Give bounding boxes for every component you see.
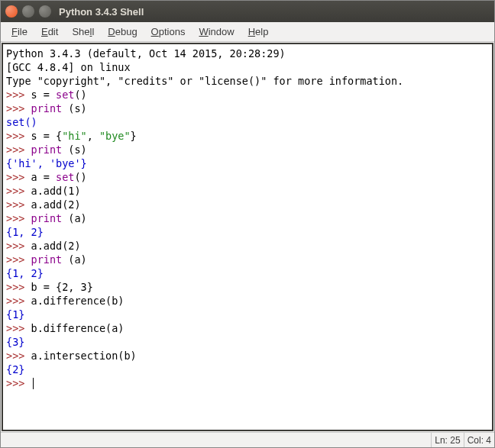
prompt: >>> <box>6 212 31 224</box>
close-icon[interactable] <box>5 5 18 18</box>
prompt: >>> <box>6 130 31 142</box>
menu-debug[interactable]: Debug <box>102 24 143 39</box>
output-line: {3} <box>6 336 24 348</box>
text-cursor-icon <box>33 378 34 389</box>
status-col: Col: 4 <box>464 433 494 447</box>
menu-edit[interactable]: Edit <box>35 24 64 39</box>
prompt: >>> <box>6 143 31 156</box>
prompt: >>> <box>6 198 31 211</box>
output-line: {2} <box>6 363 24 375</box>
maximize-icon[interactable] <box>39 5 51 18</box>
status-line: Ln: 25 <box>431 433 463 447</box>
prompt: >>> <box>6 253 31 266</box>
menu-shell[interactable]: Shell <box>66 24 100 39</box>
output-line: {1} <box>6 308 24 321</box>
prompt: >>> <box>6 281 31 293</box>
menu-file[interactable]: File <box>5 24 34 39</box>
menu-window[interactable]: Window <box>192 24 240 39</box>
statusbar: Ln: 25 Col: 4 <box>1 432 494 447</box>
banner-line: Python 3.4.3 (default, Oct 14 2015, 20:2… <box>6 47 292 60</box>
prompt: >>> <box>6 89 31 101</box>
menubar: File Edit Shell Debug Options Window Hel… <box>1 22 494 42</box>
output-line: set() <box>6 116 37 128</box>
prompt: >>> <box>6 171 31 183</box>
prompt: >>> <box>6 322 31 334</box>
prompt: >>> <box>6 185 31 197</box>
output-line: {1, 2} <box>6 226 44 238</box>
banner-line: Type "copyright", "credits" or "license(… <box>6 75 403 87</box>
idle-window: Python 3.4.3 Shell File Edit Shell Debug… <box>0 0 495 448</box>
menu-options[interactable]: Options <box>145 24 192 39</box>
titlebar[interactable]: Python 3.4.3 Shell <box>1 1 494 22</box>
banner-line: [GCC 4.8.4] on linux <box>6 61 131 73</box>
minimize-icon[interactable] <box>22 5 34 18</box>
output-line: {1, 2} <box>6 267 44 279</box>
prompt: >>> <box>6 295 31 307</box>
prompt: >>> <box>6 350 31 362</box>
prompt: >>> <box>6 102 31 114</box>
prompt: >>> <box>6 377 31 389</box>
output-line: {'hi', 'bye'} <box>6 157 87 169</box>
window-title: Python 3.4.3 Shell <box>59 6 144 18</box>
prompt: >>> <box>6 240 31 252</box>
console-output[interactable]: Python 3.4.3 (default, Oct 14 2015, 20:2… <box>2 43 493 431</box>
menu-help[interactable]: Help <box>242 24 275 39</box>
